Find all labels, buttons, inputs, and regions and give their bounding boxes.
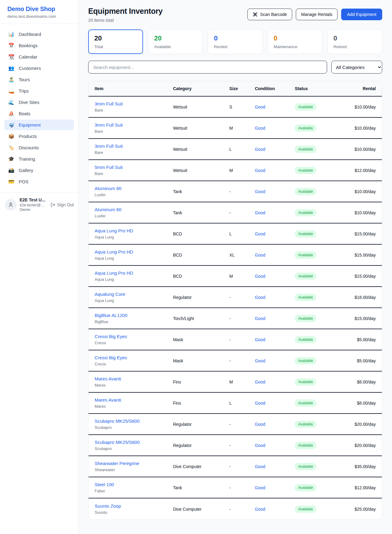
stat-card-retired[interactable]: 0 Retired — [327, 29, 382, 54]
status-badge: Available — [295, 442, 316, 449]
manage-rentals-label: Manage Rentals — [301, 12, 332, 17]
sidebar-item-tours[interactable]: 🏝️ Tours — [4, 74, 74, 85]
item-category: Tank — [173, 189, 229, 194]
stat-card-available[interactable]: 20 Available — [148, 29, 203, 54]
condition-link[interactable]: Good — [255, 485, 265, 490]
user-email: e2e-tester@... — [20, 203, 45, 208]
item-rental: $10.00/day — [342, 126, 382, 131]
sidebar-item-trips[interactable]: 🚤 Trips — [4, 86, 74, 96]
table-row: Scubapro MK25/S600 Scubapro Regulator - … — [89, 414, 382, 435]
brand-title[interactable]: Demo Dive Shop — [7, 6, 71, 13]
condition-link[interactable]: Good — [255, 422, 265, 427]
item-name-link[interactable]: Shearwater Peregrine — [95, 461, 173, 466]
sign-out-label: Sign Out — [57, 202, 74, 207]
brand-block: Demo Dive Shop demo.test.divestreams.com — [0, 0, 78, 24]
condition-link[interactable]: Good — [255, 168, 265, 173]
user-role: Owner — [20, 208, 45, 212]
sidebar-item-dashboard[interactable]: 📊 Dashboard — [4, 29, 74, 40]
item-name-link[interactable]: Suunto Zoop — [95, 503, 173, 509]
condition-link[interactable]: Good — [255, 358, 265, 363]
item-category: Regulator — [173, 295, 229, 300]
sidebar-item-products[interactable]: 📦 Products — [4, 131, 74, 142]
sidebar-item-bookings[interactable]: 📅 Bookings — [4, 40, 74, 51]
condition-link[interactable]: Good — [255, 253, 265, 257]
add-equipment-button[interactable]: Add Equipment — [341, 9, 382, 20]
sidebar-item-dive-sites[interactable]: 🌊 Dive Sites — [4, 97, 74, 108]
sidebar-item-label: Training — [19, 156, 35, 162]
item-brand: Mares — [95, 383, 173, 387]
filters-row: All Categories — [88, 61, 382, 74]
condition-link[interactable]: Good — [255, 507, 265, 512]
item-name-link[interactable]: Aluminum 80 — [95, 207, 173, 212]
condition-link[interactable]: Good — [255, 274, 265, 279]
sidebar-item-discounts[interactable]: 🏷️ Discounts — [4, 142, 74, 153]
column-header-item: Item — [89, 81, 173, 96]
condition-link[interactable]: Good — [255, 443, 265, 448]
item-size: L — [229, 147, 255, 152]
item-name-link[interactable]: Aqua Lung Pro HD — [95, 228, 173, 233]
item-name-link[interactable]: Aluminum 80 — [95, 186, 173, 191]
sidebar-item-gallery[interactable]: 📸 Gallery — [4, 165, 74, 176]
sidebar-item-training[interactable]: 🎓 Training — [4, 154, 74, 164]
item-category: Dive Computer — [173, 507, 229, 512]
stat-card-rented[interactable]: 0 Rented — [208, 29, 262, 54]
item-rental: $10.00/day — [342, 105, 382, 109]
item-rental: $15.00/day — [342, 231, 382, 236]
item-size: M — [229, 168, 255, 173]
item-name-link[interactable]: Aqua Lung Pro HD — [95, 270, 173, 276]
item-name-link[interactable]: BigBlue AL1200 — [95, 313, 173, 318]
sidebar-item-pos[interactable]: 💳 POS — [4, 176, 74, 187]
condition-link[interactable]: Good — [255, 105, 265, 109]
item-category: Wetsuit — [173, 168, 229, 173]
item-rental: $15.00/day — [342, 253, 382, 257]
products-icon: 📦 — [8, 134, 15, 139]
item-name-link[interactable]: 3mm Full Suit — [95, 122, 173, 128]
item-name-link[interactable]: Aqua Lung Pro HD — [95, 249, 173, 254]
item-category: Tank — [173, 485, 229, 490]
item-name-link[interactable]: Scubapro MK25/S600 — [95, 418, 173, 424]
condition-link[interactable]: Good — [255, 337, 265, 342]
condition-link[interactable]: Good — [255, 295, 265, 300]
item-name-link[interactable]: Scubapro MK25/S600 — [95, 440, 173, 445]
item-name-link[interactable]: Steel 100 — [95, 482, 173, 487]
sign-out-button[interactable]: Sign Out — [51, 202, 74, 207]
item-category: BCD — [173, 274, 229, 279]
item-name-link[interactable]: Cressi Big Eyes — [95, 355, 173, 360]
stat-card-maintenance[interactable]: 0 Maintenance — [268, 29, 322, 54]
table-row: Cressi Big Eyes Cressi Mask - Good Avail… — [89, 329, 382, 350]
sidebar-item-label: Trips — [19, 88, 29, 93]
scan-barcode-button[interactable]: Scan Barcode — [247, 9, 292, 20]
manage-rentals-button[interactable]: Manage Rentals — [296, 9, 337, 20]
sidebar-item-boats[interactable]: ⛵ Boats — [4, 108, 74, 119]
status-badge: Available — [295, 209, 316, 216]
sign-out-icon — [51, 202, 55, 207]
stat-label: Available — [154, 44, 197, 49]
category-select[interactable]: All Categories — [331, 61, 382, 74]
sidebar-item-calendar[interactable]: 📆 Calendar — [4, 51, 74, 62]
item-category: BCD — [173, 253, 229, 257]
condition-link[interactable]: Good — [255, 316, 265, 321]
item-name-link[interactable]: Cressi Big Eyes — [95, 334, 173, 339]
item-name-link[interactable]: 5mm Full Suit — [95, 165, 173, 170]
item-name-link[interactable]: Mares Avanti — [95, 376, 173, 381]
sidebar-item-equipment[interactable]: 🤿 Equipment — [4, 120, 74, 130]
search-input[interactable] — [88, 61, 327, 74]
item-name-link[interactable]: Aqualung Core — [95, 292, 173, 297]
condition-link[interactable]: Good — [255, 147, 265, 152]
condition-link[interactable]: Good — [255, 401, 265, 406]
condition-link[interactable]: Good — [255, 189, 265, 194]
dive-sites-icon: 🌊 — [8, 100, 15, 105]
boats-icon: ⛵ — [8, 111, 15, 116]
condition-link[interactable]: Good — [255, 126, 265, 131]
item-name-link[interactable]: 3mm Full Suit — [95, 143, 173, 149]
condition-link[interactable]: Good — [255, 231, 265, 236]
item-name-link[interactable]: 3mm Full Suit — [95, 101, 173, 106]
stat-card-total[interactable]: 20 Total — [88, 29, 143, 54]
condition-link[interactable]: Good — [255, 464, 265, 469]
condition-link[interactable]: Good — [255, 380, 265, 384]
condition-link[interactable]: Good — [255, 210, 265, 215]
item-name-link[interactable]: Mares Avanti — [95, 397, 173, 402]
status-badge: Available — [295, 146, 316, 153]
sidebar-item-customers[interactable]: 👥 Customers — [4, 63, 74, 74]
status-badge: Available — [295, 399, 316, 407]
